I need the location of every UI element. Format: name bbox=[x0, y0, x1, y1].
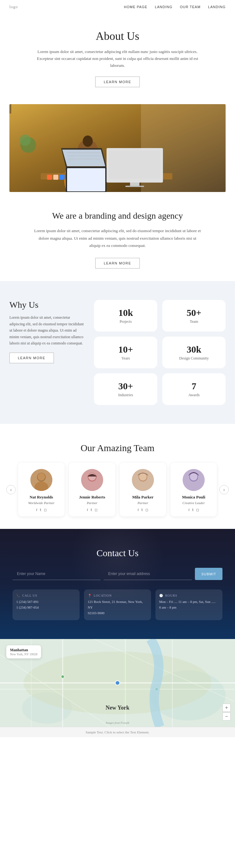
svg-rect-18 bbox=[47, 175, 52, 180]
member-role-2: Partner bbox=[73, 501, 111, 505]
about-section: About Us Lorem ipsum dolor sit amet, con… bbox=[0, 14, 235, 97]
contact-form: SUBMIT bbox=[12, 568, 223, 580]
member-name-1: Nat Reynolds bbox=[23, 495, 60, 500]
stat-team-number: 50+ bbox=[169, 307, 219, 318]
stat-team: 50+ Team bbox=[162, 300, 226, 332]
contact-section: Contact Us SUBMIT 📞 CALL US 1 (234) 567-… bbox=[0, 529, 235, 639]
stat-projects: 10k Projects bbox=[94, 300, 157, 332]
map-zoom-controls: + − bbox=[223, 704, 231, 720]
social-icons-1: f 𝕥 ◻ bbox=[23, 508, 60, 512]
avatar-nat bbox=[30, 469, 52, 491]
zoom-out-button[interactable]: − bbox=[223, 712, 231, 720]
call-line1: 1 (234) 567-891 bbox=[16, 599, 76, 605]
stat-awards: 7 Awards bbox=[162, 373, 226, 405]
stat-aw-number: 7 bbox=[169, 381, 219, 392]
avatar-mila bbox=[132, 469, 154, 491]
instagram-icon-1[interactable]: ◻ bbox=[44, 508, 47, 512]
svg-point-39 bbox=[190, 473, 197, 480]
twitter-icon-1[interactable]: 𝕥 bbox=[40, 508, 41, 512]
twitter-icon-3[interactable]: 𝕥 bbox=[141, 508, 143, 512]
avatar-monica bbox=[183, 469, 205, 491]
hero-image bbox=[9, 104, 226, 192]
member-name-3: Mila Parker bbox=[124, 495, 162, 500]
hero-svg bbox=[9, 104, 226, 192]
footer-text: Sample Text. Click to select the Text El… bbox=[86, 730, 149, 734]
carousel-next-button[interactable]: › bbox=[219, 485, 229, 494]
social-icons-4: f 𝕥 ◻ bbox=[175, 508, 212, 512]
footer-bar: Sample Text. Click to select the Text El… bbox=[0, 727, 235, 737]
nav-team[interactable]: OUR TEAM bbox=[180, 5, 201, 9]
contact-hours-card: 🕐 HOURS Mon – Fri .... 11 am – 8 pm, Sat… bbox=[156, 589, 223, 620]
svg-point-35 bbox=[139, 473, 147, 480]
member-role-3: Partner bbox=[124, 501, 162, 505]
hours-line2: 6 am – 8 pm bbox=[159, 605, 219, 611]
about-title: About Us bbox=[25, 30, 210, 43]
stat-years-label: Years bbox=[100, 356, 151, 361]
nav-landing2[interactable]: LANDING bbox=[208, 5, 226, 9]
map-city: Manhattan bbox=[10, 648, 37, 652]
svg-rect-20 bbox=[60, 175, 65, 180]
branding-description: Lorem ipsum dolor sit amet, consectetur … bbox=[33, 227, 202, 249]
nav-home[interactable]: HOME PAGE bbox=[124, 5, 147, 9]
facebook-icon-4[interactable]: f bbox=[188, 508, 190, 512]
svg-point-54 bbox=[61, 675, 64, 678]
stat-years: 10+ Years bbox=[94, 337, 157, 368]
svg-rect-19 bbox=[53, 175, 58, 180]
team-card-2: Jennie Roberts Partner f 𝕥 ◻ bbox=[69, 463, 115, 516]
stat-aw-label: Awards bbox=[169, 393, 219, 398]
hours-line1: Mon – Fri .... 11 am – 8 pm, Sat, Sun ..… bbox=[159, 599, 219, 605]
branding-learn-more-button[interactable]: LEARN MORE bbox=[95, 258, 140, 269]
map-city-label: New York bbox=[106, 705, 129, 711]
why-us-title: Why Us bbox=[9, 300, 85, 310]
avatar-jennie bbox=[81, 469, 103, 491]
facebook-icon-3[interactable]: f bbox=[138, 508, 139, 512]
location-line1: 121 Rock Street, 21 Avenue, New York, NY bbox=[88, 599, 147, 610]
social-icons-3: f 𝕥 ◻ bbox=[124, 508, 162, 512]
contact-name-input[interactable] bbox=[12, 568, 101, 580]
member-name-2: Jennie Roberts bbox=[73, 495, 111, 500]
hours-title: 🕐 HOURS bbox=[159, 594, 219, 597]
team-section: Our Amazing Team ‹ Nat Reynolds Worldwid… bbox=[0, 424, 235, 529]
svg-rect-23 bbox=[9, 104, 11, 114]
contact-email-input[interactable] bbox=[104, 568, 192, 580]
facebook-icon-2[interactable]: f bbox=[87, 508, 88, 512]
branding-section: We are a branding and design agency Lore… bbox=[0, 192, 235, 281]
stat-years-number: 10+ bbox=[100, 344, 151, 355]
facebook-icon-1[interactable]: f bbox=[36, 508, 37, 512]
svg-rect-8 bbox=[109, 151, 161, 179]
nav-links: HOME PAGE LANDING OUR TEAM LANDING bbox=[124, 5, 226, 9]
image-credit: Images from Freepik bbox=[106, 721, 129, 724]
stat-ind-label: Industries bbox=[100, 393, 151, 398]
clock-icon: 🕐 bbox=[159, 594, 163, 597]
twitter-icon-2[interactable]: 𝕥 bbox=[91, 508, 92, 512]
member-role-4: Creative Leader bbox=[175, 501, 212, 505]
stat-projects-label: Projects bbox=[100, 319, 151, 324]
about-description: Lorem ipsum dolor sit amet, consectetur … bbox=[30, 48, 205, 69]
svg-marker-14 bbox=[62, 150, 105, 166]
call-line2: 1 (234) 987-654 bbox=[16, 605, 76, 611]
about-learn-more-button[interactable]: LEARN MORE bbox=[95, 76, 140, 87]
nav-landing1[interactable]: LANDING bbox=[155, 5, 172, 9]
instagram-icon-3[interactable]: ◻ bbox=[145, 508, 148, 512]
zoom-in-button[interactable]: + bbox=[223, 704, 231, 712]
svg-point-27 bbox=[38, 473, 45, 480]
call-title: 📞 CALL US bbox=[16, 594, 76, 597]
contact-call-card: 📞 CALL US 1 (234) 567-891 1 (234) 987-65… bbox=[12, 589, 79, 620]
why-us-left: Why Us Lorem ipsum dolor sit amet, conse… bbox=[9, 300, 85, 363]
team-card-1: Nat Reynolds Worldwide Partner f 𝕥 ◻ bbox=[18, 463, 65, 516]
instagram-icon-4[interactable]: ◻ bbox=[196, 508, 199, 512]
why-us-stats-grid: 10k Projects 50+ Team 10+ Years 30k Desi… bbox=[94, 300, 226, 405]
why-us-learn-more-button[interactable]: LEARN MORE bbox=[9, 352, 54, 363]
carousel-prev-button[interactable]: ‹ bbox=[6, 485, 16, 494]
why-us-description: Lorem ipsum dolor sit amet, consectetur … bbox=[9, 314, 85, 346]
instagram-icon-2[interactable]: ◻ bbox=[95, 508, 97, 512]
contact-submit-button[interactable]: SUBMIT bbox=[195, 568, 223, 580]
svg-point-5 bbox=[83, 135, 93, 147]
svg-point-53 bbox=[115, 681, 120, 685]
map-location-card: Manhattan New York, NY 10028 bbox=[6, 645, 41, 658]
team-card-3: Mila Parker Partner f 𝕥 ◻ bbox=[120, 463, 166, 516]
team-card-4: Monica Pouli Creative Leader f 𝕥 ◻ bbox=[170, 463, 217, 516]
branding-title: We are a branding and design agency bbox=[25, 211, 210, 221]
twitter-icon-4[interactable]: 𝕥 bbox=[192, 508, 194, 512]
location-icon: 📍 bbox=[88, 594, 92, 597]
